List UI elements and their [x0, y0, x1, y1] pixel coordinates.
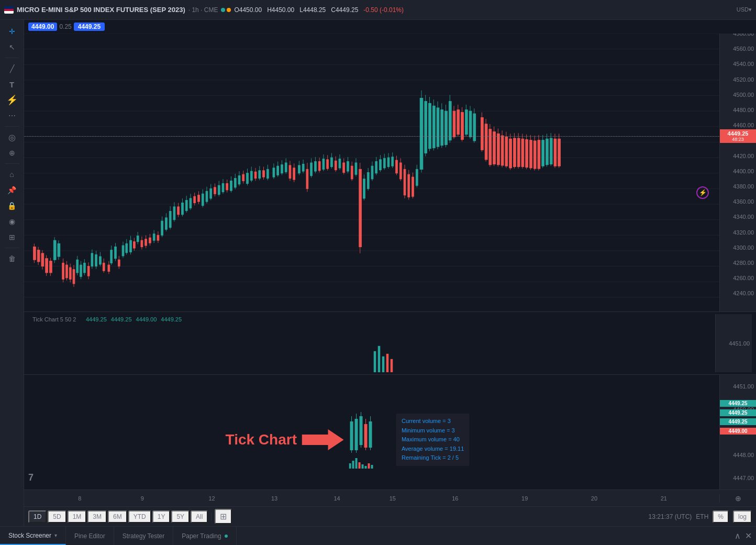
svg-rect-281 [386, 354, 388, 372]
svg-rect-236 [473, 114, 476, 141]
symbol-name: MICRO E-MINI S&P 500 INDEX FUTURES (SEP … [17, 6, 185, 14]
left-toolbar: ✛ ↖ ╱ T ⚡ ⋯ ◎ ⊕ ⌂ 📌 🔒 ◉ ⊞ 🗑 [0, 20, 24, 526]
measure-tool[interactable]: ⚡ [4, 93, 20, 107]
patterns-tool[interactable]: ⋯ [4, 108, 20, 123]
text-tool[interactable]: T [4, 77, 20, 92]
pencil-tool[interactable]: ╱ [4, 61, 20, 76]
tf-ytd[interactable]: YTD [128, 510, 151, 523]
pin-tool[interactable]: 📌 [4, 183, 20, 197]
price-label-4540: 4540.00 [733, 61, 754, 67]
symbol-info: MICRO E-MINI S&P 500 INDEX FUTURES (SEP … [4, 6, 732, 14]
svg-rect-218 [437, 108, 439, 147]
tf-all[interactable]: All [191, 510, 208, 523]
svg-rect-302 [371, 465, 373, 469]
indicators-tool[interactable]: ◎ [4, 130, 20, 144]
tf-compare[interactable]: ⊞ [215, 509, 232, 524]
zoom-tool[interactable]: ⊕ [4, 146, 20, 160]
price-label-4360: 4360.00 [733, 198, 754, 205]
crosshair-tool[interactable]: ✛ [4, 24, 20, 39]
tf-1d[interactable]: 1D [28, 510, 47, 523]
high-value: H4450.00 [267, 6, 294, 14]
close-panel-button[interactable]: ✕ [745, 531, 752, 541]
svg-rect-278 [374, 351, 376, 372]
tv-logo: 7 [28, 471, 45, 485]
current-time: 13:21:37 (UTC) [649, 513, 692, 520]
price-label-4260: 4260.00 [733, 275, 754, 281]
svg-rect-274 [554, 139, 557, 166]
price-label-4520: 4520.00 [733, 76, 754, 83]
price-label-4280: 4280.00 [733, 260, 754, 266]
svg-rect-234 [469, 111, 472, 137]
tf-right-info: 13:21:37 (UTC) ETH % log [649, 510, 752, 523]
time-label-21: 21 [661, 495, 667, 502]
tf-5y[interactable]: 5Y [171, 510, 190, 523]
change-value: -0.50 (-0.01%) [363, 6, 404, 14]
toolbar-sep-2 [5, 126, 19, 127]
svg-rect-276 [558, 139, 561, 166]
time-label-20: 20 [591, 495, 597, 502]
trash-tool[interactable]: 🗑 [4, 251, 20, 266]
svg-rect-252 [509, 139, 512, 168]
svg-rect-230 [461, 113, 464, 140]
chart-canvas[interactable]: ⚡ [24, 34, 719, 312]
tab-dropdown-icon: ▾ [54, 532, 57, 538]
bottom-tabs-right: ∧ ✕ [730, 527, 756, 545]
pct-toggle[interactable]: % [713, 510, 729, 523]
tick-label-4448: 4448.00 [733, 452, 754, 458]
svg-rect-295 [349, 463, 351, 469]
magnet-tool[interactable]: ⌂ [4, 167, 20, 182]
toolbar-sep-4 [5, 248, 19, 248]
price-label-4300: 4300.00 [733, 244, 754, 251]
tab-stock-screener[interactable]: Stock Screener ▾ [0, 527, 66, 545]
price-scale: 4580.00 4560.00 4540.00 4520.00 4500.00 … [719, 34, 756, 312]
svg-rect-226 [453, 111, 455, 137]
tf-1m[interactable]: 1M [68, 510, 87, 523]
tab-strategy-tester[interactable]: Strategy Tester [114, 527, 173, 545]
lightning-icon[interactable]: ⚡ [696, 186, 709, 199]
svg-rect-180 [359, 169, 362, 247]
tab-pine-editor[interactable]: Pine Editor [66, 527, 114, 545]
svg-rect-228 [457, 110, 460, 135]
indicator-chart [28, 330, 715, 372]
time-label-19: 19 [521, 495, 528, 502]
time-label-14: 14 [333, 495, 340, 502]
close-value: C4449.25 [331, 6, 358, 14]
time-settings-icon[interactable]: ⊕ [735, 494, 741, 503]
price-tag-1: 4449.00 [28, 23, 57, 31]
timeframe-bar: 1D 5D 1M 3M 6M YTD 1Y 5Y All ⊞ 13:21:37 … [24, 506, 756, 526]
eye-tool[interactable]: ◉ [4, 214, 20, 229]
svg-rect-264 [533, 141, 536, 169]
svg-rect-280 [382, 357, 384, 372]
currency-button[interactable]: USD▾ [737, 6, 752, 13]
paper-trading-dot [225, 535, 228, 538]
svg-rect-246 [497, 134, 499, 164]
price-label-4500: 4500.00 [733, 92, 754, 98]
time-axis-labels: 8 9 12 13 14 15 16 19 20 21 [24, 490, 719, 506]
log-toggle[interactable]: log [733, 510, 752, 523]
ind-val-4: 4449.25 [161, 316, 182, 322]
svg-rect-216 [432, 106, 435, 148]
link-tool[interactable]: ⊞ [4, 230, 20, 244]
tab-paper-trading[interactable]: Paper Trading [173, 527, 236, 545]
tab-pine-editor-label: Pine Editor [74, 532, 105, 540]
collapse-up-button[interactable]: ∧ [735, 531, 741, 541]
svg-rect-222 [445, 111, 448, 144]
svg-rect-268 [542, 140, 544, 166]
chart-main: ⚡ 4580.00 4560.00 4540.00 4520.00 4500.0… [24, 34, 756, 312]
tick-info-current-volume: Current volume = 3 [402, 417, 464, 426]
svg-rect-250 [505, 137, 508, 166]
price-label-4480: 4480.00 [733, 107, 754, 113]
indicator-values: 4449.25 4449.25 4449.00 4449.25 [86, 316, 182, 322]
bottom-tabs: Stock Screener ▾ Pine Editor Strategy Te… [0, 526, 756, 545]
lock-tool[interactable]: 🔒 [4, 198, 20, 213]
svg-rect-297 [355, 458, 358, 469]
time-label-13: 13 [271, 495, 277, 502]
tf-1y[interactable]: 1Y [152, 510, 171, 523]
tf-6m[interactable]: 6M [108, 510, 127, 523]
tf-5d[interactable]: 5D [48, 510, 66, 523]
tf-3m[interactable]: 3M [87, 510, 107, 523]
cursor-tool[interactable]: ↖ [4, 40, 20, 54]
tick-green-price-3: 4449.25 [720, 418, 756, 425]
svg-text:7: 7 [28, 472, 34, 483]
svg-rect-18 [33, 247, 36, 260]
